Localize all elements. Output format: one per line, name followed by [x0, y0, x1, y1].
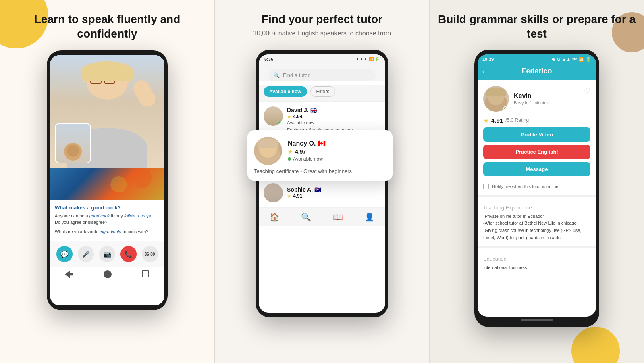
nancy-online-dot [288, 157, 291, 161]
video-call-area [50, 55, 164, 168]
deco-circle-yellow-bottom [571, 327, 620, 363]
available-now-filter[interactable]: Available now [264, 86, 307, 97]
chat-section: What makes a good cook? Anyone can be a … [50, 168, 164, 242]
back-arrow-icon[interactable]: ‹ [482, 67, 485, 75]
education-title: Education [483, 256, 590, 262]
education-section: Education International Business [478, 251, 596, 276]
david-star: ★ [287, 114, 291, 119]
kevin-rating: 4.91 [491, 117, 503, 124]
practice-english-button[interactable]: Practice English! [483, 145, 590, 159]
end-call-button[interactable]: 📞 [120, 246, 137, 262]
kevin-rating-sub: /5.0 Rating [505, 117, 529, 123]
david-rating: 4.94 [293, 114, 302, 119]
chat-button[interactable]: 💬 [56, 246, 73, 262]
section-grammar: Build grammar skills or prepare for a te… [430, 0, 644, 363]
favorite-icon[interactable]: ♡ [583, 86, 590, 96]
small-video-pip [55, 123, 91, 163]
section2-subtitle: 10,000+ native English speakers to choos… [253, 29, 391, 38]
phone-2: 5:36 ▲▲▲ 📶 🔋 🔍 Find a tutor Available no… [256, 50, 388, 317]
phone3-time: 10:29 [482, 57, 494, 62]
chat-question1: What makes a good cook? [55, 204, 160, 211]
camera-button[interactable]: 📷 [99, 246, 115, 262]
filters-button[interactable]: Filters [310, 86, 336, 97]
david-avatar [264, 106, 283, 126]
phone-3-screen: 10:29 ⊕ G ▲▲ 👁 📶 🔋 ‹ Federico [478, 54, 596, 317]
section-tutor: Find your perfect tutor 10,000+ native E… [215, 0, 429, 363]
phone3-g-icon: G [557, 57, 561, 62]
battery-icon: 🔋 [375, 57, 380, 61]
sophie-meta: Sophie A. 🇦🇺 ★ 4.91 [287, 186, 380, 199]
phone2-time: 5:36 [264, 57, 273, 62]
chat-body1: Anyone can be a good cook if they follow… [55, 213, 160, 226]
david-online-dot [278, 121, 282, 125]
section2-title: Find your perfect tutor [262, 12, 382, 27]
david-name: David J. 🇬🇧 [287, 107, 380, 113]
kevin-online-dot [503, 106, 508, 111]
phone3-profile-section: Kevin Busy in 1 minutes ♡ ★ 4.91 /5.0 Ra… [478, 80, 596, 195]
phone2-status-bar: 5:36 ▲▲▲ 📶 🔋 [259, 54, 385, 63]
kevin-name: Kevin [514, 92, 549, 100]
phone3-status-icons: ⊕ G ▲▲ 👁 📶 🔋 [552, 57, 591, 62]
section-divider-2 [478, 246, 596, 248]
notify-row: Notify me when this tutor is online [483, 180, 590, 189]
teaching-experience-text: -Private online tutor in Ecuador -After … [483, 213, 590, 241]
phone-1-screen: What makes a good cook? Anyone can be a … [50, 55, 164, 305]
nancy-name: Nancy O. 🇨🇦 [288, 140, 326, 147]
david-availability: Available now [287, 120, 380, 125]
nav-recents-icon[interactable] [142, 270, 149, 277]
search-bar[interactable]: 🔍 Find a tutor [268, 69, 376, 81]
lessons-nav-icon[interactable]: 📖 [333, 212, 343, 222]
david-rating-row: ★ 4.94 [287, 114, 380, 119]
notify-checkbox[interactable] [483, 184, 489, 189]
phone3-battery-icon: 🔋 [586, 57, 591, 62]
section1-title: Learn to speak fluently and confidently [8, 12, 206, 42]
nancy-rating-row: ★ 4.97 [288, 148, 326, 155]
section-divider-1 [478, 195, 596, 197]
signal-icon: ▲▲▲ [355, 57, 368, 61]
kevin-star: ★ [483, 117, 489, 124]
phone3-signal-icon: ▲▲ [562, 57, 571, 62]
nav-back-icon[interactable] [65, 270, 73, 278]
header-tutor-name: Federico [521, 67, 552, 75]
profile-avatar-area: Kevin Busy in 1 minutes [483, 86, 549, 112]
call-controls: 💬 🎤 📷 📞 36:00 [50, 241, 164, 267]
sophie-name: Sophie A. 🇦🇺 [287, 186, 380, 193]
profile-top-row: Kevin Busy in 1 minutes ♡ [483, 86, 590, 112]
search-placeholder: Find a tutor [283, 72, 310, 78]
chat-link-recipe: follow a recipe [124, 213, 152, 218]
mute-button[interactable]: 🎤 [78, 246, 94, 262]
sophie-star: ★ [287, 193, 291, 199]
phone-3: 10:29 ⊕ G ▲▲ 👁 📶 🔋 ‹ Federico [474, 50, 599, 327]
teaching-experience-title: Teaching Experience [483, 204, 590, 211]
nancy-avail-row: Available now [288, 156, 326, 162]
nav-home-icon[interactable] [104, 270, 112, 278]
section3-title: Build grammar skills or prepare for a te… [438, 12, 636, 42]
notify-label: Notify me when this tutor is online [492, 184, 558, 189]
message-button[interactable]: Message [483, 162, 590, 176]
chat-link-good-cook: good cook [89, 213, 110, 218]
profile-video-button[interactable]: Profile Video [483, 127, 590, 142]
nancy-info: Nancy O. 🇨🇦 ★ 4.97 Available now [288, 140, 326, 162]
kevin-rating-section: ★ 4.91 /5.0 Rating [483, 117, 590, 124]
phone-2-screen: 5:36 ▲▲▲ 📶 🔋 🔍 Find a tutor Available no… [259, 54, 385, 313]
phone2-bottom-nav: 🏠 🔍 📖 👤 [259, 208, 385, 226]
search-nav-icon[interactable]: 🔍 [301, 212, 311, 222]
home-nav-icon[interactable]: 🏠 [270, 212, 280, 222]
profile-nav-icon[interactable]: 👤 [364, 212, 374, 222]
nav-bar [50, 267, 164, 282]
call-timer: 36:00 [142, 246, 158, 262]
david-meta: David J. 🇬🇧 ★ 4.94 Available now [287, 107, 380, 125]
phone2-status-icons: ▲▲▲ 📶 🔋 [355, 57, 380, 61]
phone3-wifi-icon: 📶 [578, 57, 584, 62]
nancy-avatar [254, 137, 282, 165]
featured-tutor-card: Nancy O. 🇨🇦 ★ 4.97 Available now Teachin… [247, 130, 393, 181]
phone3-eye-icon: 👁 [572, 57, 577, 62]
nancy-description: Teaching certificate • Great with beginn… [254, 168, 386, 174]
search-area: 🔍 Find a tutor [259, 63, 385, 81]
tutor-item-sophie[interactable]: Sophie A. 🇦🇺 ★ 4.91 [259, 178, 385, 207]
search-icon: 🔍 [273, 72, 280, 78]
featured-tutor-top: Nancy O. 🇨🇦 ★ 4.97 Available now [254, 137, 386, 165]
sophie-rating-row: ★ 4.91 [287, 193, 380, 199]
wifi-icon: 📶 [369, 57, 374, 61]
phone3-header: ‹ Federico [478, 64, 596, 80]
